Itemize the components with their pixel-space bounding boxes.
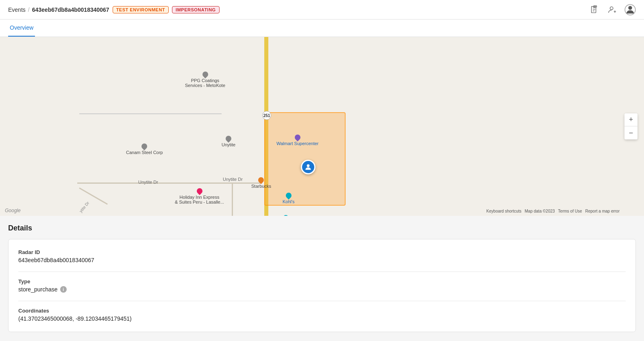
header-right — [589, 4, 636, 15]
marker-pin-holiday-inn — [196, 187, 204, 195]
report-map-error-link[interactable]: Report a map error — [585, 209, 620, 213]
unytite-dr-label2: Unytite Dr — [223, 177, 243, 182]
details-section: Details Radar ID 643eeb67db8a4b001834006… — [0, 216, 644, 340]
map-attribution: Keyboard shortcuts Map data ©2023 Terms … — [486, 209, 620, 213]
add-user-icon[interactable] — [607, 4, 618, 15]
marker-pin-petsmart — [282, 214, 290, 216]
marker-pin-unytite — [224, 135, 233, 143]
keyboard-shortcuts-link[interactable]: Keyboard shortcuts — [486, 209, 521, 213]
diagonal-road — [79, 187, 108, 205]
svg-point-3 — [628, 6, 632, 9]
coordinates-row: Coordinates (41.37023465000068, -89.1203… — [18, 308, 626, 322]
docs-icon[interactable] — [589, 4, 600, 15]
type-label: Type — [18, 278, 626, 285]
geofence-area — [264, 112, 346, 206]
coordinates-label: Coordinates — [18, 308, 626, 314]
details-card: Radar ID 643eeb67db8a4b0018340067 Type s… — [8, 239, 636, 332]
breadcrumb-parent[interactable]: Events — [8, 7, 26, 13]
zoom-out-button[interactable]: − — [624, 126, 637, 139]
map-background[interactable]: 251 PPG CoatingsServices - MetoKote Cana… — [0, 37, 644, 216]
marker-walmart[interactable]: Walmart Supercenter — [276, 135, 319, 146]
terms-of-use-link[interactable]: Terms of Use — [558, 209, 582, 213]
type-info-icon[interactable]: i — [60, 286, 67, 293]
road-badge-251: 251 — [262, 111, 271, 120]
marker-pin-starbucks — [257, 176, 265, 184]
header-left: Events / 643eeb67db8a4b0018340067 TEST E… — [8, 6, 220, 13]
details-title: Details — [8, 224, 636, 232]
svg-point-5 — [307, 164, 310, 167]
marker-starbucks[interactable]: Starbucks — [251, 177, 271, 189]
marker-pin-walmart — [294, 133, 302, 141]
type-value: store_purchase i — [18, 286, 626, 293]
marker-canam[interactable]: Canam Steel Corp — [126, 143, 163, 155]
road-label: 251 — [263, 113, 270, 118]
side-road-v — [232, 182, 233, 216]
marker-kohls[interactable]: Kohl's — [283, 193, 295, 204]
breadcrumb: Events / 643eeb67db8a4b0018340067 — [8, 7, 109, 13]
map-zoom-controls: + − — [624, 113, 637, 139]
radar-id-value: 643eeb67db8a4b0018340067 — [18, 257, 626, 263]
marker-ppg[interactable]: PPG CoatingsServices - MetoKote — [185, 72, 225, 88]
map-container: 251 PPG CoatingsServices - MetoKote Cana… — [0, 37, 644, 216]
marker-pin-kohls — [285, 191, 293, 200]
divider-1 — [18, 271, 626, 272]
marker-pin-ppg — [201, 70, 209, 78]
radar-id-row: Radar ID 643eeb67db8a4b0018340067 — [18, 249, 626, 263]
zoom-in-button[interactable]: + — [624, 113, 637, 126]
tabs: Overview — [0, 20, 644, 37]
marker-petsmart[interactable]: PetSmart — [276, 215, 295, 216]
breadcrumb-id: 643eeb67db8a4b0018340067 — [32, 7, 109, 13]
marker-pin-canam — [140, 142, 148, 150]
user-location-marker — [301, 160, 315, 174]
divider-2 — [18, 301, 626, 301]
impersonating-badge: IMPERSONATING — [172, 6, 220, 13]
svg-point-2 — [610, 7, 613, 9]
radar-id-label: Radar ID — [18, 249, 626, 255]
unytite-dr-label: Unytite Dr — [138, 180, 158, 185]
marker-holiday-inn[interactable]: Holiday Inn Express& Suites Peru - Lasal… — [175, 188, 224, 204]
ytite-dr-label: ytite Dr — [78, 201, 90, 213]
test-environment-badge: TEST ENVIRONMENT — [113, 6, 169, 13]
top-road-h — [79, 113, 222, 114]
breadcrumb-sep: / — [28, 7, 30, 13]
tab-overview[interactable]: Overview — [8, 20, 35, 37]
type-row: Type store_purchase i — [18, 278, 626, 293]
header: Events / 643eeb67db8a4b0018340067 TEST E… — [0, 0, 644, 20]
marker-unytite[interactable]: Unytite — [222, 136, 235, 147]
google-logo: Google — [5, 208, 21, 213]
map-data-text: Map data ©2023 — [525, 209, 555, 213]
account-icon[interactable] — [624, 4, 636, 15]
coordinates-value: (41.37023465000068, -89.12034465179451) — [18, 315, 626, 322]
